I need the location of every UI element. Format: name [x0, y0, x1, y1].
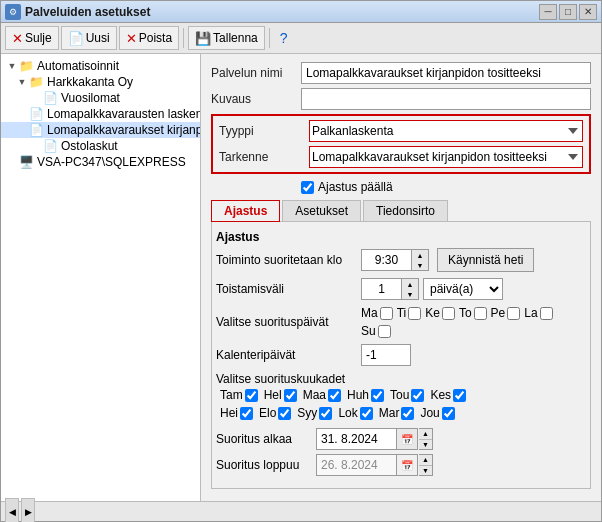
days-row: Ma Ti Ke To	[361, 306, 586, 338]
spinner-up[interactable]: ▲	[412, 250, 428, 260]
month-lok: Lok	[338, 406, 372, 420]
calendar-icon: 📅	[401, 434, 413, 445]
month-kes: Kes	[430, 388, 466, 402]
month-maa-label: Maa	[303, 388, 326, 402]
tree-item-laskenta[interactable]: 📄 Lomapalkkavarausten laskenta	[1, 106, 200, 122]
month-tam-checkbox[interactable]	[245, 389, 258, 402]
tarkenne-label: Tarkenne	[219, 150, 309, 164]
tarkenne-select[interactable]: Lomapalkkavaraukset kirjanpidon tosittee…	[309, 146, 583, 168]
month-syy-checkbox[interactable]	[319, 407, 332, 420]
date-down-arrow[interactable]: ▼	[419, 439, 432, 450]
toistamisvali-input[interactable]	[361, 278, 401, 300]
tabs-header: Ajastus Asetukset Tiedonsirto	[211, 200, 591, 222]
tree-item-harkkakanta[interactable]: ▼ 📁 Harkkakanta Oy	[1, 74, 200, 90]
month-huh: Huh	[347, 388, 384, 402]
tree-item-vuosilomat[interactable]: 📄 Vuosilomat	[1, 90, 200, 106]
day-pe-checkbox[interactable]	[507, 307, 520, 320]
date2-down-arrow[interactable]: ▼	[419, 465, 432, 476]
day-la-label: La	[524, 306, 537, 320]
month-mar: Mar	[379, 406, 415, 420]
folder-icon: 📁	[19, 59, 34, 73]
tree-label: Lomapalkkavaraukset kirjanpidon t	[47, 123, 201, 137]
day-ma-label: Ma	[361, 306, 378, 320]
toistamisvali-unit-select[interactable]: päivä(a)	[423, 278, 503, 300]
expand-icon: ▼	[15, 77, 29, 87]
nav-right-arrow[interactable]: ▶	[21, 498, 35, 523]
month-maa-checkbox[interactable]	[328, 389, 341, 402]
tab-tiedonsirto[interactable]: Tiedonsirto	[363, 200, 448, 221]
tab-asetukset[interactable]: Asetukset	[282, 200, 361, 221]
day-su-label: Su	[361, 324, 376, 338]
tree-item-kirjanpito[interactable]: 📄 Lomapalkkavaraukset kirjanpidon t	[1, 122, 200, 138]
tree-item-ostolaskut[interactable]: 📄 Ostolaskut	[1, 138, 200, 154]
toiminto-input[interactable]	[361, 249, 411, 271]
toolbar: ✕ Sulje 📄 Uusi ✕ Poista 💾 Tallenna ?	[1, 23, 601, 54]
help-button[interactable]: ?	[274, 26, 294, 50]
month-kes-checkbox[interactable]	[453, 389, 466, 402]
month-hel-checkbox[interactable]	[284, 389, 297, 402]
suorituspaivat-label: Valitse suorituspäivät	[216, 315, 361, 329]
suoritus-alkaa-input-group: 📅 ▲ ▼	[316, 428, 433, 450]
day-pe-label: Pe	[491, 306, 506, 320]
spinner-up2[interactable]: ▲	[402, 279, 418, 289]
date2-up-arrow[interactable]: ▲	[419, 455, 432, 465]
month-hei-label: Hei	[220, 406, 238, 420]
suoritus-alkaa-calendar-btn[interactable]: 📅	[396, 428, 418, 450]
month-mar-checkbox[interactable]	[401, 407, 414, 420]
month-tam-label: Tam	[220, 388, 243, 402]
maximize-button[interactable]: □	[559, 4, 577, 20]
month-hei-checkbox[interactable]	[240, 407, 253, 420]
spinner-down[interactable]: ▼	[412, 260, 428, 270]
main-window: ⚙ Palveluiden asetukset ─ □ ✕ ✕ Sulje 📄 …	[0, 0, 602, 522]
sulje-button[interactable]: ✕ Sulje	[5, 26, 59, 50]
day-ma-checkbox[interactable]	[380, 307, 393, 320]
month-jou-label: Jou	[420, 406, 439, 420]
day-ke: Ke	[425, 306, 455, 320]
tree-item-automatisoinnit[interactable]: ▼ 📁 Automatisoinnit	[1, 58, 200, 74]
day-to-checkbox[interactable]	[474, 307, 487, 320]
suoritus-loppuu-label: Suoritus loppuu	[216, 458, 316, 472]
day-su-checkbox[interactable]	[378, 325, 391, 338]
kalenteripaivat-label: Kalenteripäivät	[216, 348, 361, 362]
month-jou-checkbox[interactable]	[442, 407, 455, 420]
day-ti-checkbox[interactable]	[408, 307, 421, 320]
toistamisvali-row: Toistamisväli ▲ ▼ päivä(a)	[216, 278, 586, 300]
suorituspaivat-row: Valitse suorituspäivät Ma Ti K	[216, 306, 586, 338]
day-ke-checkbox[interactable]	[442, 307, 455, 320]
month-tou-checkbox[interactable]	[411, 389, 424, 402]
toistamisvali-label: Toistamisväli	[216, 282, 361, 296]
day-la-checkbox[interactable]	[540, 307, 553, 320]
month-mar-label: Mar	[379, 406, 400, 420]
day-ke-label: Ke	[425, 306, 440, 320]
day-ti: Ti	[397, 306, 422, 320]
suoritus-loppuu-input[interactable]	[316, 454, 396, 476]
tallenna-button[interactable]: 💾 Tallenna	[188, 26, 265, 50]
kalenteripaivat-input[interactable]	[361, 344, 411, 366]
date-up-arrow[interactable]: ▲	[419, 429, 432, 439]
kuvaus-input[interactable]	[301, 88, 591, 110]
nav-left-arrow[interactable]: ◀	[5, 498, 19, 523]
tab-content-ajastus: Ajastus Toiminto suoritetaan klo ▲ ▼ Käy…	[211, 222, 591, 489]
tree-item-sqlexpress[interactable]: 🖥️ VSA-PC347\SQLEXPRESS	[1, 154, 200, 170]
tyyppi-select[interactable]: Palkanlaskenta	[309, 120, 583, 142]
close-button[interactable]: ✕	[579, 4, 597, 20]
tab-ajastus[interactable]: Ajastus	[211, 200, 280, 222]
window-title: Palveluiden asetukset	[25, 5, 539, 19]
spinner-arrows: ▲ ▼	[411, 249, 429, 271]
folder-icon: 📁	[29, 75, 44, 89]
ajastus-paalla-checkbox[interactable]	[301, 181, 314, 194]
suoritus-alkaa-input[interactable]	[316, 428, 396, 450]
month-elo-checkbox[interactable]	[278, 407, 291, 420]
file-icon: 📄	[43, 91, 58, 105]
month-lok-checkbox[interactable]	[360, 407, 373, 420]
poista-button[interactable]: ✕ Poista	[119, 26, 179, 50]
right-panel: Palvelun nimi Kuvaus Tyyppi Palkanlasken…	[201, 54, 601, 501]
month-huh-checkbox[interactable]	[371, 389, 384, 402]
suoritus-loppuu-calendar-btn[interactable]: 📅	[396, 454, 418, 476]
palvelun-nimi-input[interactable]	[301, 62, 591, 84]
spinner-down2[interactable]: ▼	[402, 289, 418, 299]
minimize-button[interactable]: ─	[539, 4, 557, 20]
uusi-button[interactable]: 📄 Uusi	[61, 26, 117, 50]
kaynista-heti-button[interactable]: Käynnistä heti	[437, 248, 534, 272]
suoritus-loppuu-row: Suoritus loppuu 📅 ▲ ▼	[216, 454, 586, 476]
